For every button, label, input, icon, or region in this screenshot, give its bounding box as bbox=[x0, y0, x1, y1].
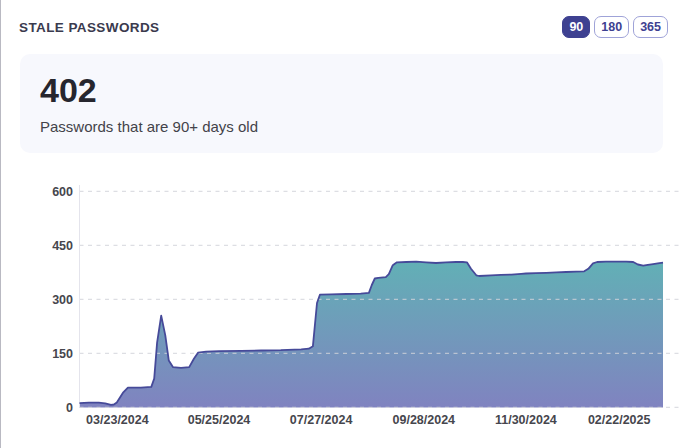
header: STALE PASSWORDS 90 180 365 bbox=[1, 0, 682, 38]
area-fill bbox=[80, 262, 664, 408]
y-axis-label: 300 bbox=[52, 293, 73, 307]
stale-passwords-widget: { "header": { "title": "STALE PASSWORDS"… bbox=[0, 0, 682, 448]
y-axis-label: 450 bbox=[52, 239, 73, 253]
stale-passwords-chart: 015030045060003/23/202405/25/202407/27/2… bbox=[1, 175, 682, 448]
range-button-365[interactable]: 365 bbox=[633, 16, 668, 38]
stat-description: Passwords that are 90+ days old bbox=[40, 118, 643, 135]
y-axis-label: 150 bbox=[52, 347, 73, 361]
chart-area: 015030045060003/23/202405/25/202407/27/2… bbox=[1, 175, 682, 448]
x-axis-label: 02/22/2025 bbox=[588, 413, 651, 427]
page-title: STALE PASSWORDS bbox=[19, 20, 160, 35]
range-button-180[interactable]: 180 bbox=[594, 16, 629, 38]
x-axis-label: 05/25/2024 bbox=[188, 413, 251, 427]
x-axis-label: 03/23/2024 bbox=[86, 413, 149, 427]
stat-value: 402 bbox=[40, 70, 643, 110]
range-buttons: 90 180 365 bbox=[562, 16, 668, 38]
x-axis-label: 11/30/2024 bbox=[495, 413, 557, 427]
range-button-90[interactable]: 90 bbox=[562, 16, 590, 38]
stat-card: 402 Passwords that are 90+ days old bbox=[20, 54, 663, 153]
x-axis-label: 07/27/2024 bbox=[290, 413, 353, 427]
x-axis-label: 09/28/2024 bbox=[393, 413, 456, 427]
y-axis-label: 0 bbox=[66, 401, 73, 415]
y-axis-label: 600 bbox=[52, 185, 73, 199]
